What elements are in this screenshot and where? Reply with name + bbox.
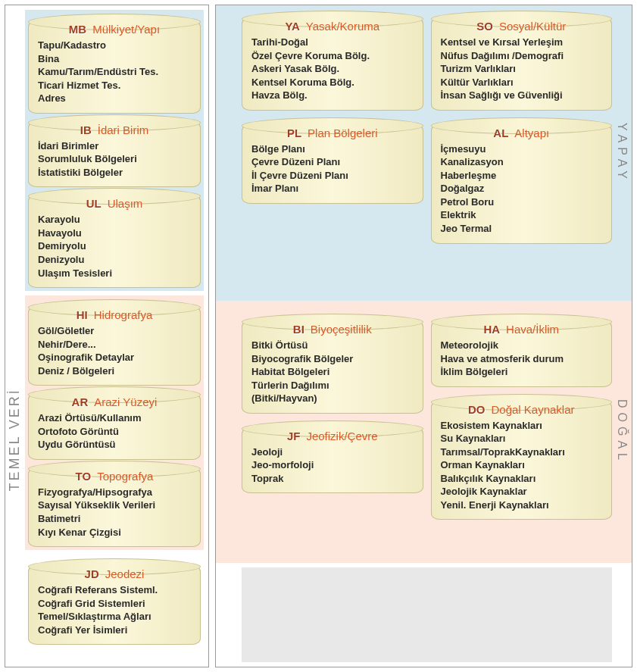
right-pink-col2: HAHava/İklimMeteorolojikHava ve atmosfer… [431,305,613,520]
left-bottom-zone: JDJeodeziCoğrafi Referans Sisteml.Coğraf… [25,555,204,648]
category-to: TOTopografyaFizyografya/HipsografyaSayıs… [28,467,201,547]
category-item: Jeo-morfoloji [251,458,414,472]
category-item: İmar Planı [251,182,414,195]
category-item: Özel Çevre Koruma Bölg. [251,49,414,63]
category-header: BIBiyoçeşitlilik [251,323,414,336]
category-header: ALAltyapı [441,127,603,139]
category-item: Yenil. Enerji Kaynakları [441,499,603,512]
category-item: Tarihi-Doğal [251,36,414,49]
category-title: Arazi Yüzeyi [94,395,157,408]
category-items: JeolojiJeo-morfolojiToprak [251,445,414,486]
category-header: TOTopografya [38,470,191,483]
category-item: Kentsel ve Kırsal Yerleşim [441,36,603,49]
category-title: Jeofizik/Çevre [306,430,377,442]
category-items: Coğrafi Referans Sisteml.Coğrafi Grid Si… [38,583,191,636]
category-item: Ulaşım Tesisleri [38,267,191,280]
category-title: Biyoçeşitlilik [311,323,372,336]
category-al: ALAltyapıİçmesuyuKanalizasyonHaberleşmeD… [431,124,613,244]
category-code: HI [77,308,88,321]
category-code: JD [85,567,99,580]
category-item: Doğalgaz [441,182,603,195]
right-blue-zone: YAYasak/KorumaTarihi-DoğalÖzel Çevre Kor… [216,5,632,301]
category-item: Bina [38,52,191,66]
category-item: Turizm Varlıkları [441,62,603,76]
category-code: MB [69,23,86,36]
category-item: Bitki Örtüsü [251,339,414,352]
category-item: Meteorolojik [441,339,603,352]
left-column: TEMEL VERİ MBMülkiyet/YapıTapu/KadastroB… [5,5,209,667]
category-item: İnsan Sağlığı ve Güvenliği [441,89,603,102]
category-items: Bitki ÖrtüsüBiyocografik BölgelerHabitat… [251,339,414,405]
category-title: Ulaşım [108,197,143,210]
category-code: PL [287,127,301,139]
category-header: DODoğal Kaynaklar [441,403,603,416]
category-title: Hava/İklim [506,323,559,336]
category-ha: HAHava/İklimMeteorolojikHava ve atmosfer… [431,320,613,387]
category-item: İl Çevre Düzeni Planı [251,169,414,183]
category-item: Toprak [251,472,414,486]
category-code: IB [80,123,92,136]
category-item: Nüfus Dağılımı /Demografi [441,49,603,63]
category-hi: HIHidrografyaGöl/GöletlerNehir/Dere...Oş… [28,306,201,386]
category-item: Nehir/Dere... [38,338,191,352]
category-item: Balıkçılık Kaynakları [441,472,603,486]
category-code: UL [86,197,101,210]
category-code: SO [476,20,493,33]
left-blue-zone: MBMülkiyet/YapıTapu/KadastroBinaKamu/Tar… [25,10,204,291]
category-ul: ULUlaşımKarayoluHavayoluDemiryoluDenizyo… [28,195,201,288]
category-item: Kanalizasyon [441,155,603,169]
category-item: Su Kaynakları [441,432,603,445]
category-item: Hava ve atmosferik durum [441,352,603,366]
category-items: Ekosistem KaynaklarıSu KaynaklarıTarımsa… [441,419,603,512]
category-title: Yasak/Koruma [306,20,379,33]
right-gray-zone [242,567,612,662]
category-item: Habitat Bölgeleri [251,365,414,379]
category-item: Deniz / Bölgeleri [38,364,191,378]
category-title: İdari Birim [98,123,149,136]
category-header: YAYasak/Koruma [251,20,414,33]
diagram-root: TEMEL VERİ MBMülkiyet/YapıTapu/KadastroB… [0,0,637,672]
category-ar: ARArazi YüzeyiArazi Örtüsü/KullanımOrtof… [28,393,201,460]
category-items: Fizyografya/HipsografyaSayısal Yükseklik… [38,486,191,539]
category-jf: JFJeofizik/ÇevreJeolojiJeo-morfolojiTopr… [242,427,423,494]
category-item: Karayolu [38,213,191,227]
right-blue-col2: SOSosyal/KültürKentsel ve Kırsal Yerleşi… [431,10,613,244]
category-header: SOSosyal/Kültür [441,20,603,33]
category-item: Biyocografik Bölgeler [251,352,414,366]
category-item: Demiryolu [38,239,191,253]
category-title: Topografya [97,470,153,483]
category-header: MBMülkiyet/Yapı [38,23,191,36]
category-header: JDJeodezi [38,567,191,580]
right-column: TEMATİK VERİ YAYasak/KorumaTarihi-DoğalÖ… [215,5,632,667]
category-code: BI [293,323,304,336]
category-header: ULUlaşım [38,197,191,210]
category-header: HAHava/İklim [441,323,603,336]
category-code: YA [285,20,299,33]
category-title: Sosyal/Kültür [499,20,566,33]
category-item: Havayolu [38,227,191,240]
category-item: Sayısal Yükseklik Verileri [38,499,191,512]
category-item: Jeolojik Kaynaklar [441,485,603,499]
category-item: İdari Birimler [38,139,191,153]
category-item: Petrol Boru [441,195,603,209]
category-ib: IBİdari Birimİdari BirimlerSorumluluk Bö… [28,121,201,188]
category-items: Tarihi-DoğalÖzel Çevre Koruma Bölg.Asker… [251,36,414,102]
category-item: Ekosistem Kaynakları [441,419,603,433]
category-title: Jeodezi [105,567,145,580]
category-item: Uydu Görüntüsü [38,438,191,452]
category-header: ARArazi Yüzeyi [38,395,191,408]
category-item: Coğrafi Referans Sisteml. [38,583,191,597]
category-items: Kentsel ve Kırsal YerleşimNüfus Dağılımı… [441,36,603,102]
category-item: Fizyografya/Hipsografya [38,486,191,499]
category-ya: YAYasak/KorumaTarihi-DoğalÖzel Çevre Kor… [242,17,423,111]
category-item: Çevre Düzeni Planı [251,155,414,169]
category-title: Doğal Kaynaklar [491,403,574,416]
category-items: KarayoluHavayoluDemiryoluDenizyoluUlaşım… [38,213,191,280]
left-pink-zone: HIHidrografyaGöl/GöletlerNehir/Dere...Oş… [25,295,204,550]
left-column-label: TEMEL VERİ [7,388,23,491]
category-item: Tarımsal/ToprakKaynakları [441,445,603,459]
category-item: İklim Bölgeleri [441,365,603,379]
category-item: Bölge Planı [251,142,414,156]
category-item: Kamu/Tarım/Endüstri Tes. [38,65,191,79]
right-pink-zone: BIBiyoçeşitlilikBitki ÖrtüsüBiyocografik… [216,301,632,563]
